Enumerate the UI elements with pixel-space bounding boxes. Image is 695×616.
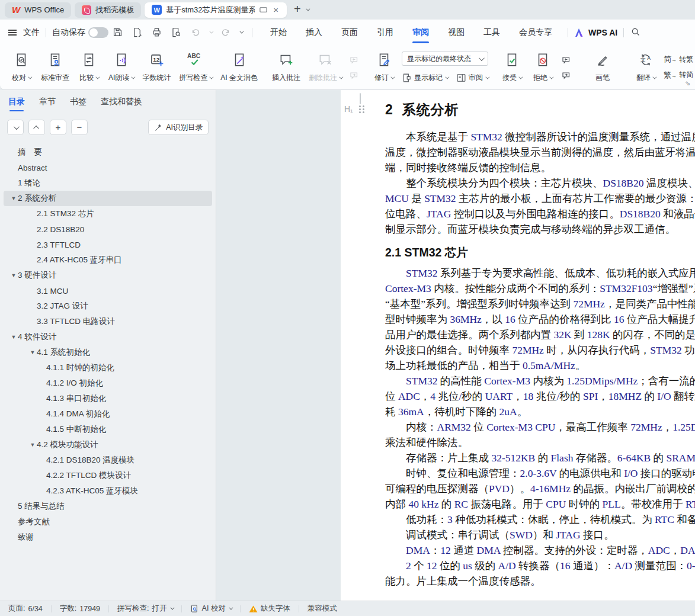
track-changes-icon (376, 52, 392, 68)
accept-revision-button[interactable]: 接受 (497, 47, 527, 88)
toc-item[interactable]: ▼ 3 硬件设计 (4, 268, 212, 283)
ai-read-aloud-icon (114, 52, 129, 68)
zoom-out-level-button[interactable]: − (71, 120, 88, 135)
review-pane-button[interactable]: 审阅 (456, 73, 488, 83)
ai-read-aloud-button[interactable]: AI朗读 (104, 47, 138, 88)
sidebar-tab[interactable]: 章节 (39, 91, 56, 111)
search-button[interactable] (630, 26, 641, 39)
document-line: 整个系统模块分为四个模块：主芯片模块、DS18B20 温度模块、液晶 (385, 175, 695, 191)
sidebar-tab[interactable]: 目录 (8, 91, 25, 111)
toc-item[interactable]: ▼ 2.4 ATK-HC05 蓝牙串口 (4, 252, 212, 268)
missing-font-warning[interactable]: 缺失字体 (249, 604, 290, 614)
simplified-to-traditional-button[interactable]: 简→ 转繁 (664, 54, 693, 65)
toc-item[interactable]: ▼ 2.1 STM32 芯片 (4, 206, 212, 222)
presentation-mode-icon[interactable] (259, 5, 268, 14)
toc-item[interactable]: ▼ 摘 要 (4, 145, 212, 160)
toc-item[interactable]: ▼ 2.2 DS18B20 (4, 222, 212, 237)
toc-item[interactable]: ▼ 4.2 模块功能设计 (4, 437, 212, 453)
close-tab-icon[interactable]: × (272, 5, 280, 15)
ai-proofread-status[interactable]: AI 校对 (190, 604, 232, 614)
next-revision-button[interactable] (559, 70, 574, 81)
toc-item[interactable]: ▼ 参考文献 (4, 514, 212, 530)
ai-polish-button[interactable]: AI 全文润色 (216, 47, 262, 88)
drag-handle-icon[interactable] (358, 105, 365, 114)
tab-docer-template[interactable]: 找稻壳模板 (75, 2, 141, 18)
toc-item[interactable]: ▼ 4.1.3 串口初始化 (4, 391, 212, 406)
toc-item[interactable]: ▼ 4.2.3 ATK-HC05 蓝牙模块 (4, 483, 212, 499)
print-button[interactable] (151, 27, 162, 38)
toc-item[interactable]: ▼ 3.1 MCU (4, 283, 212, 299)
toc-item[interactable]: ▼ 5 结果与总结 (4, 499, 212, 514)
expand-all-button[interactable] (7, 120, 24, 135)
word-count-icon: 12 (149, 52, 164, 68)
toc-item[interactable]: ▼ 4.1.5 中断初始化 (4, 422, 212, 437)
collapse-arrow-icon[interactable]: ▼ (9, 334, 18, 340)
word-count-button[interactable]: 12 字数统计 (138, 47, 175, 88)
toc-item[interactable]: ▼ 4.2.1 DS18B20 温度模块 (4, 453, 212, 468)
toc-item[interactable]: ▼ 3.2 JTAG 设计 (4, 299, 212, 314)
toc-item[interactable]: ▼ 4.1 系统初始化 (4, 345, 212, 360)
toc-item[interactable]: ▼ 4 软件设计 (4, 329, 212, 345)
collapse-all-button[interactable] (28, 120, 45, 135)
track-changes-button[interactable]: 修订 (369, 47, 399, 88)
autosave-toggle[interactable] (88, 27, 108, 38)
file-menu-button[interactable]: 文件 (8, 27, 40, 38)
toc-item[interactable]: ▼ 致谢 (4, 530, 212, 545)
insert-comment-button[interactable]: 插入批注 (268, 47, 305, 88)
compatibility-mode-badge: 兼容模式 (308, 604, 337, 614)
tab-list-chevron-icon[interactable] (306, 7, 310, 11)
sidebar-tab[interactable]: 书签 (70, 91, 87, 111)
collapse-arrow-icon[interactable]: ▼ (9, 272, 18, 278)
spell-check-button[interactable]: ABC 拼写检查 (175, 47, 216, 88)
toc-item[interactable]: ▼ 2 系统分析 (4, 191, 212, 206)
spell-check-icon: ABC (187, 52, 204, 68)
tab-label: 基于stm32芯片温度测量系统 (166, 5, 255, 15)
print-preview-button[interactable] (171, 27, 182, 38)
spell-check-status[interactable]: 拼写检查:打开 (117, 604, 172, 614)
zoom-in-level-button[interactable]: + (50, 120, 66, 135)
menu-tab[interactable]: 引用 (367, 20, 403, 45)
docer-template-icon (82, 5, 91, 15)
wps-ai-button[interactable]: WPS AI (574, 28, 617, 37)
word-count-indicator[interactable]: 字数:17949 (60, 604, 100, 614)
markup-state-select[interactable]: 显示标记的最终状态 (402, 52, 488, 66)
menu-tab[interactable]: 插入 (296, 20, 332, 45)
standard-review-button[interactable]: 标准审查 (37, 47, 73, 88)
toc-item[interactable]: ▼ 4.1.4 DMA 初始化 (4, 406, 212, 422)
tab-document[interactable]: W 基于stm32芯片温度测量系统 × (145, 2, 287, 18)
toc-item[interactable]: ▼ 4.2.2 TFTLCD 模块设计 (4, 468, 212, 483)
collapse-arrow-icon[interactable]: ▼ (28, 442, 37, 448)
redo-chevron-icon[interactable] (239, 30, 244, 34)
collapse-arrow-icon[interactable]: ▼ (9, 195, 18, 201)
document-line: MCU 是 STM32 主芯片的最小板，上面有芯片工作需要的最少资源：时 (385, 191, 695, 206)
toc-item[interactable]: ▼ 3.3 TFTLCD 电路设计 (4, 314, 212, 329)
save-button[interactable] (112, 27, 123, 38)
menu-tab[interactable]: 审阅 (403, 20, 438, 45)
toc-item[interactable]: ▼ Abstract (4, 160, 212, 175)
proofread-button[interactable]: 校对 (6, 47, 37, 88)
translate-button[interactable]: 文A 翻译 (630, 47, 661, 88)
document-page[interactable]: H₁ 2 系统分析 本系统是基于 STM32 微控制器所设计的温度测量系统，通过… (341, 90, 695, 601)
menu-tab[interactable]: 工具 (474, 20, 510, 45)
ribbon-expand-icon[interactable]: ⇘ (685, 79, 690, 87)
menu-tab[interactable]: 会员专享 (510, 20, 562, 45)
menu-tab[interactable]: 视图 (438, 20, 474, 45)
ai-recognize-toc-button[interactable]: AI识别目录 (148, 120, 209, 135)
tab-wps-office[interactable]: W WPS Office (5, 2, 71, 18)
ink-brush-button[interactable]: 画笔 (581, 47, 624, 88)
export-pdf-button[interactable] (132, 27, 143, 38)
new-tab-button[interactable]: + (290, 2, 306, 17)
toc-item[interactable]: ▼ 4.1.2 I/O 初始化 (4, 376, 212, 391)
tab-label: WPS Office (24, 5, 64, 14)
compare-button[interactable]: 比较 (73, 47, 104, 88)
reject-revision-button[interactable]: 拒绝 (527, 47, 558, 88)
show-markup-button[interactable]: 显示标记 (402, 73, 448, 83)
collapse-arrow-icon[interactable]: ▼ (28, 349, 37, 355)
sidebar-tab[interactable]: 查找和替换 (101, 91, 142, 111)
menu-tab[interactable]: 页面 (332, 20, 367, 45)
toc-item[interactable]: ▼ 4.1.1 时钟的初始化 (4, 360, 212, 376)
toc-item[interactable]: ▼ 2.3 TFTLCD (4, 237, 212, 252)
toc-item[interactable]: ▼ 1 绪论 (4, 175, 212, 191)
menu-tab[interactable]: 开始 (261, 20, 296, 45)
previous-revision-button[interactable] (559, 54, 574, 66)
